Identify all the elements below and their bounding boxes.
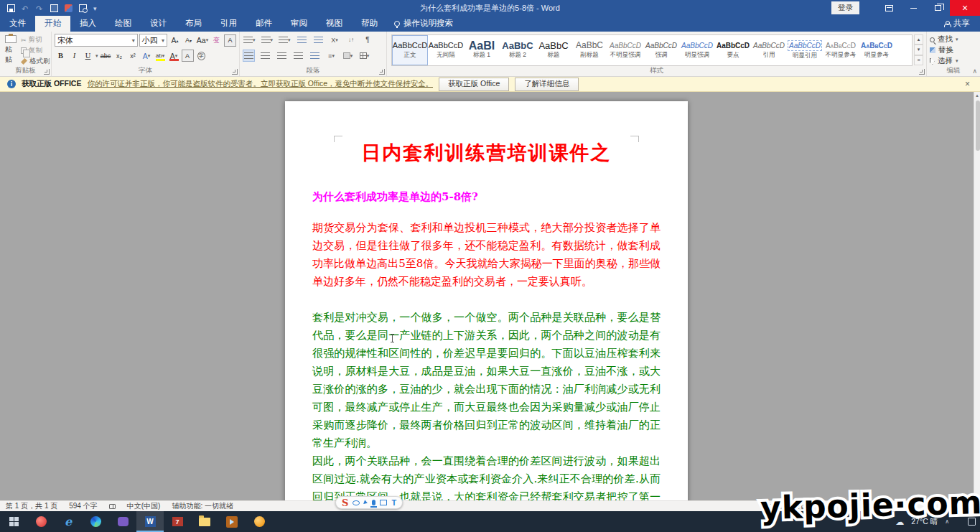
taskbar-icon-360[interactable] (27, 511, 55, 532)
restore-button[interactable] (925, 0, 950, 16)
asian-layout-button[interactable]: X▾ (329, 34, 341, 46)
close-button[interactable] (950, 0, 980, 16)
style-item[interactable]: AaBbCcD 要点 (715, 35, 751, 65)
ellipse-icon[interactable] (353, 500, 360, 505)
ribbon-tab[interactable]: 布局 (176, 15, 211, 32)
gallery-down-icon[interactable]: ▾ (914, 45, 923, 55)
get-genuine-office-button[interactable]: 获取正版 Office (439, 78, 509, 91)
style-item[interactable]: AaBbCcD 无间隔 (428, 35, 464, 65)
cursor-icon[interactable] (364, 500, 369, 505)
italic-button[interactable]: I (68, 50, 80, 62)
select-button[interactable]: 选择▾ (930, 56, 977, 66)
character-shading-button[interactable]: A (182, 50, 194, 62)
language-indicator[interactable]: 中文(中国) (127, 501, 161, 511)
redo-icon[interactable] (36, 4, 44, 12)
ribbon-tab[interactable]: 帮助 (352, 15, 387, 32)
style-item[interactable]: AaBbCcD 明显参考 (859, 35, 895, 65)
taskbar-icon-orange[interactable] (246, 511, 273, 532)
shrink-font-button[interactable]: A▾ (182, 34, 195, 47)
shirt-icon[interactable]: T (391, 499, 396, 507)
minimize-button[interactable] (901, 0, 925, 16)
paragraph-dialog-launcher[interactable] (379, 69, 385, 75)
taskbar-icon-explorer[interactable] (191, 511, 218, 532)
find-button[interactable]: 查找▾ (930, 34, 977, 45)
style-item[interactable]: AaBbC 标题 (536, 35, 571, 65)
change-case-button[interactable]: Aa▾ (196, 34, 209, 47)
style-item[interactable]: AaBbCcD 明显引用 (787, 35, 823, 65)
font-size-combo[interactable]: 小四▾ (139, 34, 167, 47)
style-item[interactable]: AaBbCcD 不明显参考 (823, 35, 859, 65)
style-item[interactable]: AaBbCcD 不明显强调 (607, 35, 643, 65)
ribbon-tab[interactable]: 文件 (0, 15, 35, 32)
style-item[interactable]: AaBbCcD 明显强调 (679, 35, 715, 65)
sign-in-button[interactable]: 登录 (831, 1, 859, 14)
line-spacing-button[interactable]: ≡▾ (325, 50, 337, 62)
taskbar-icon-edge[interactable] (82, 511, 109, 532)
scrollbar-thumb[interactable] (976, 101, 980, 151)
font-color-button[interactable]: A▾ (168, 50, 180, 62)
character-border-button[interactable]: A (224, 34, 236, 47)
sort-button[interactable]: ↓↑ (345, 34, 358, 46)
save-icon[interactable] (7, 4, 15, 12)
touch-mode-icon[interactable] (65, 4, 73, 12)
clipboard-dialog-launcher[interactable] (44, 69, 50, 75)
print-preview-icon[interactable] (79, 4, 87, 12)
message-bar-text[interactable]: 你的许可证并非正版，你可能是盗版软件的受害者。立即获取正版 Office，避免中… (87, 79, 433, 89)
bold-button[interactable]: B (55, 50, 67, 62)
style-item[interactable]: AaBI 标题 1 (464, 35, 500, 65)
style-item[interactable]: AaBbC 副标题 (571, 35, 607, 65)
decrease-indent-button[interactable] (296, 34, 308, 46)
style-item[interactable]: AaBbCcD 引用 (751, 35, 787, 65)
multilevel-list-button[interactable]: ▾ (278, 34, 291, 46)
copy-button[interactable]: 复制 (21, 46, 50, 55)
accessibility-status[interactable]: 辅助功能: 一切就绪 (172, 501, 233, 511)
panel-icon[interactable] (380, 500, 387, 505)
styles-dialog-launcher[interactable] (919, 69, 925, 75)
ribbon-tab[interactable]: 邮件 (246, 15, 281, 32)
taskbar-icon-word[interactable]: W (136, 511, 164, 532)
shading-button[interactable]: ▾ (342, 50, 354, 62)
bullets-button[interactable]: ▾ (243, 34, 256, 46)
ribbon-tab[interactable]: 插入 (70, 15, 106, 32)
align-left-button[interactable] (243, 50, 255, 62)
highlight-button[interactable]: ab▾ (154, 50, 167, 62)
ribbon-tab[interactable]: 视图 (317, 15, 352, 32)
phonetic-guide-button[interactable]: 变 (210, 34, 223, 47)
font-dialog-launcher[interactable] (232, 69, 238, 75)
new-document-icon[interactable] (50, 4, 58, 12)
vertical-scrollbar[interactable]: ▲ (974, 92, 980, 500)
distribute-button[interactable] (309, 50, 321, 62)
replace-button[interactable]: 替换 (930, 45, 977, 55)
ribbon-tab[interactable]: 开始 (35, 15, 70, 32)
font-name-combo[interactable]: 宋体▾ (55, 34, 138, 47)
taskbar-icon-7z[interactable]: 7 (164, 511, 191, 532)
scroll-up-icon[interactable]: ▲ (974, 92, 980, 99)
taskbar-icon-gamebar[interactable] (109, 511, 136, 532)
learn-more-button[interactable]: 了解详细信息 (515, 78, 579, 91)
show-hide-marks-button[interactable]: ¶ (362, 34, 374, 46)
gallery-more-icon[interactable]: ≡ (914, 55, 923, 65)
proofing-icon[interactable] (109, 504, 116, 509)
superscript-button[interactable]: x² (127, 50, 139, 62)
ribbon-tab[interactable]: 绘图 (106, 15, 141, 32)
word-count[interactable]: 594 个字 (69, 501, 97, 511)
share-button[interactable]: 共享 (934, 15, 980, 32)
subscript-button[interactable]: x₂ (113, 50, 126, 62)
align-right-button[interactable] (276, 50, 288, 62)
document-page[interactable]: 日内套利训练营培训课件之 为什么套利成功率是单边的5-8倍? 期货交易分为套保、… (285, 101, 688, 500)
taskbar-icon-recorder[interactable] (218, 511, 246, 532)
ribbon-display-options-button[interactable] (877, 0, 901, 16)
align-center-button[interactable] (259, 50, 271, 62)
strikethrough-button[interactable]: abc (100, 50, 112, 62)
paste-button[interactable]: 粘贴 (3, 34, 19, 66)
style-item[interactable]: AaBbCcD 强调 (643, 35, 679, 65)
text-effects-button[interactable]: A▾ (141, 50, 153, 62)
style-item[interactable]: AaBbC 标题 2 (500, 35, 536, 65)
cut-button[interactable]: 剪切 (21, 35, 50, 45)
message-bar-close-icon[interactable]: × (962, 79, 973, 89)
taskbar-icon-ie[interactable]: e (55, 511, 82, 532)
enclose-characters-button[interactable]: 字 (195, 50, 207, 62)
s-logo-icon[interactable]: S (342, 498, 348, 508)
ribbon-tab[interactable]: 审阅 (281, 15, 317, 32)
tell-me-search[interactable]: 操作说明搜索 (387, 15, 460, 32)
